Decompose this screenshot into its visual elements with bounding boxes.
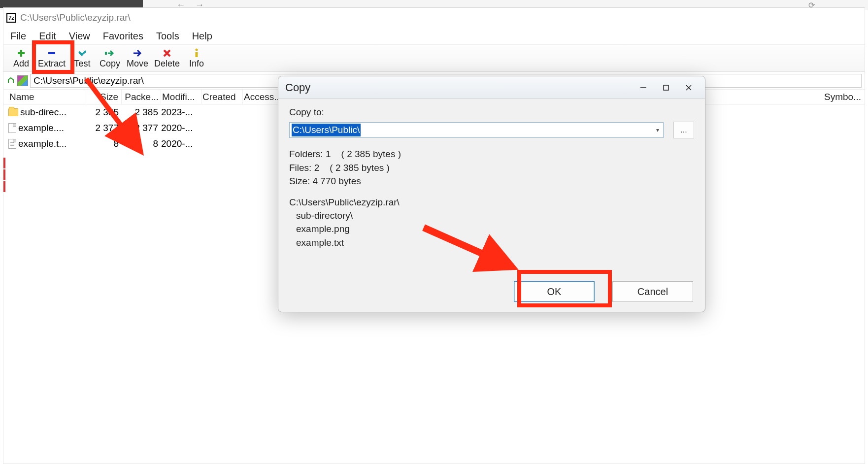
source-path: C:\Users\Public\ezyzip.rar\ [289,197,694,208]
file-modified: 2023-... [161,107,201,118]
menu-edit[interactable]: Edit [39,31,56,42]
file-modified: 2020-... [161,138,201,149]
minus-icon [47,49,56,58]
svg-rect-3 [196,52,198,57]
menu-tools[interactable]: Tools [156,31,179,42]
tool-label: Move [127,59,148,69]
items-list: sub-directory\example.pngexample.txt [289,209,694,250]
archive-icon [17,75,28,86]
copy-button[interactable]: Copy [96,46,124,71]
text-file-icon [8,139,16,149]
copy-to-path: C:\Users\Public\ [292,124,361,136]
copy-to-combo[interactable]: C:\Users\Public\ ▾ [289,122,664,138]
copy-dialog: Copy Copy to: C:\Users\Public\ ▾ ... Fol… [278,76,705,312]
tool-label: Delete [154,59,180,69]
browse-button[interactable]: ... [673,122,694,138]
svg-rect-7 [664,85,668,90]
col-name[interactable]: Name [8,90,86,104]
list-item: sub-directory\ [296,209,694,223]
ok-button[interactable]: OK [514,281,595,302]
svg-point-2 [196,48,198,51]
file-packed: 2 385 [122,107,161,118]
dialog-titlebar: Copy [278,76,705,99]
maximize-button[interactable] [655,79,677,97]
x-icon [163,49,171,58]
delete-button[interactable]: Delete [151,46,183,71]
menu-favorites[interactable]: Favorites [103,31,143,42]
file-name: example.... [18,123,64,133]
menu-view[interactable]: View [69,31,90,42]
move-button[interactable]: Move [124,46,151,71]
extract-button[interactable]: Extract [35,46,68,71]
minimize-button[interactable] [632,79,655,97]
file-modified: 2020-... [161,123,201,133]
dialog-body: Copy to: C:\Users\Public\ ▾ ... Folders:… [278,99,705,312]
dialog-title: Copy [285,81,632,94]
col-size[interactable]: Size [86,90,122,104]
file-name: example.t... [18,138,67,149]
file-size: 2 385 [86,107,122,118]
info-button[interactable]: Info [183,46,210,71]
check-icon [78,49,87,58]
menu-file[interactable]: File [10,31,26,42]
toolbar: AddExtractTestCopyMoveDeleteInfo [3,44,865,72]
chevron-down-icon: ▾ [656,127,659,133]
titlebar-path: C:\Users\Public\ezyzip.rar\ [20,12,131,23]
up-icon[interactable] [6,76,15,85]
copy-to-label: Copy to: [289,107,694,118]
svg-rect-1 [105,52,107,55]
file-icon [8,123,16,133]
file-name: sub-direc... [20,107,67,118]
list-item: example.txt [296,236,694,250]
list-item: example.png [296,222,694,236]
menu-help[interactable]: Help [192,31,212,42]
titlebar: 7z C:\Users\Public\ezyzip.rar\ [3,8,865,28]
add-button[interactable]: Add [7,46,35,71]
tool-label: Info [189,59,204,69]
folder-icon [8,108,18,116]
svg-rect-0 [48,52,55,54]
file-packed: 8 [122,138,161,149]
app-icon: 7z [6,13,16,23]
col-symbolic[interactable]: Symbo... [823,90,865,104]
menubar: File Edit View Favorites Tools Help [3,28,865,44]
tool-label: Test [74,59,91,69]
file-packed: 2 377 [122,123,161,133]
col-packed[interactable]: Packe... [122,90,161,104]
arrow-right-icon [133,49,142,58]
tool-label: Add [13,59,29,69]
close-button[interactable] [677,79,700,97]
cancel-button[interactable]: Cancel [612,281,693,302]
plus-icon [17,49,26,58]
test-button[interactable]: Test [68,46,96,71]
col-created[interactable]: Created [201,90,243,104]
file-size: 8 [86,138,122,149]
tool-label: Extract [38,59,66,69]
copy-stats: Folders: 1 ( 2 385 bytes ) Files: 2 ( 2 … [289,147,694,188]
info-icon [193,49,200,58]
arrow-right-g-icon [105,49,115,58]
col-modified[interactable]: Modifi... [161,90,201,104]
tool-label: Copy [100,59,120,69]
file-size: 2 377 [86,123,122,133]
